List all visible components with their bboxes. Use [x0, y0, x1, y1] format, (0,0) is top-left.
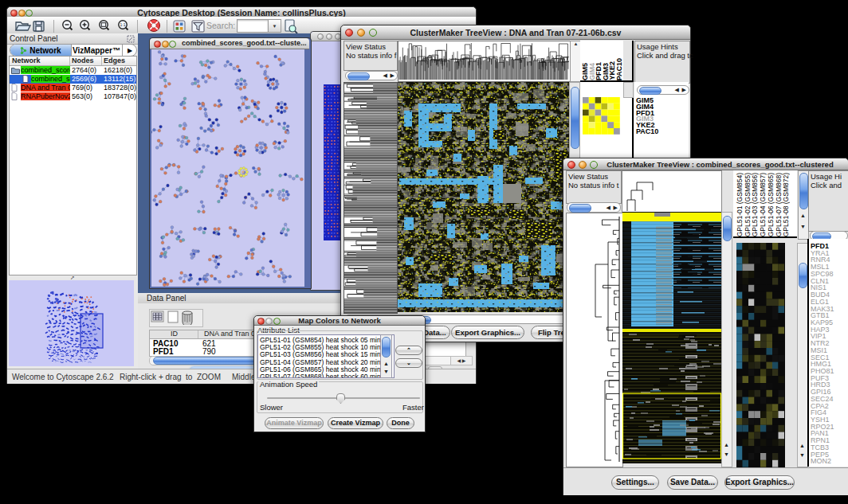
- svg-text:Search:: Search:: [206, 21, 235, 30]
- svg-text:1:1: 1:1: [120, 22, 126, 27]
